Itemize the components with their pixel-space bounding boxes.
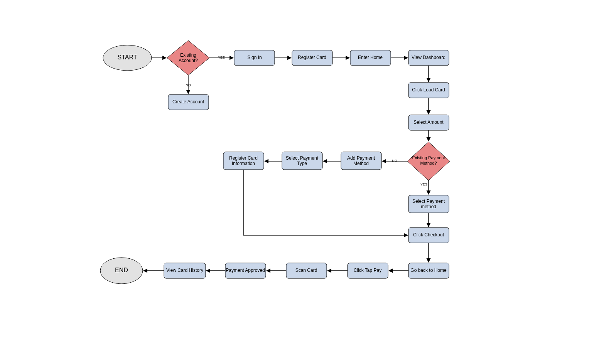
label-existing-account-1: Existing: [180, 52, 196, 58]
label-select-payment-method-1: Select Payment: [412, 199, 445, 204]
label-start: START: [118, 54, 137, 61]
edge-label-no-2: NO: [392, 159, 397, 163]
label-scan-card: Scan Card: [295, 268, 317, 273]
label-payment-approved: Payment Approved: [226, 268, 265, 273]
label-view-card-history: View Card History: [166, 268, 203, 273]
edge-label-yes-1: YES: [218, 56, 225, 59]
label-enter-home: Enter Home: [358, 55, 383, 60]
label-click-tap-pay: Click Tap Pay: [354, 268, 381, 273]
edge-label-no-1: NO: [186, 83, 191, 87]
label-existing-payment-1: Existing Payment: [412, 155, 445, 160]
label-select-amount: Select Amount: [413, 120, 444, 125]
label-end: END: [115, 267, 128, 273]
label-existing-payment-2: Method?: [420, 161, 437, 165]
label-register-card: Register Card: [298, 55, 326, 60]
edge-registercardinfo-clickcheckout: [243, 170, 408, 235]
edge-label-yes-2: YES: [420, 182, 427, 186]
label-select-payment-type-1: Select Payment: [286, 155, 319, 161]
label-existing-account-2: Account?: [179, 58, 198, 63]
label-go-back-home: Go back to Home: [410, 268, 447, 273]
label-register-card-info-2: Information: [232, 161, 255, 166]
label-click-load-card: Click Load Card: [412, 87, 445, 93]
label-click-checkout: Click Checkout: [413, 232, 444, 238]
label-select-payment-method-2: method: [421, 204, 436, 209]
label-add-payment-method-1: Add Payment: [347, 155, 375, 161]
flowchart: START Existing Account? Existing Account…: [0, 0, 616, 364]
label-view-dashboard: View Dashboard: [412, 55, 446, 60]
label-create-account: Create Account: [172, 99, 204, 104]
label-register-card-info-1: Register Card: [229, 155, 258, 161]
label-sign-in: Sign In: [247, 55, 262, 60]
label-select-payment-type-2: Type: [297, 161, 307, 166]
label-add-payment-method-2: Method: [353, 161, 369, 166]
